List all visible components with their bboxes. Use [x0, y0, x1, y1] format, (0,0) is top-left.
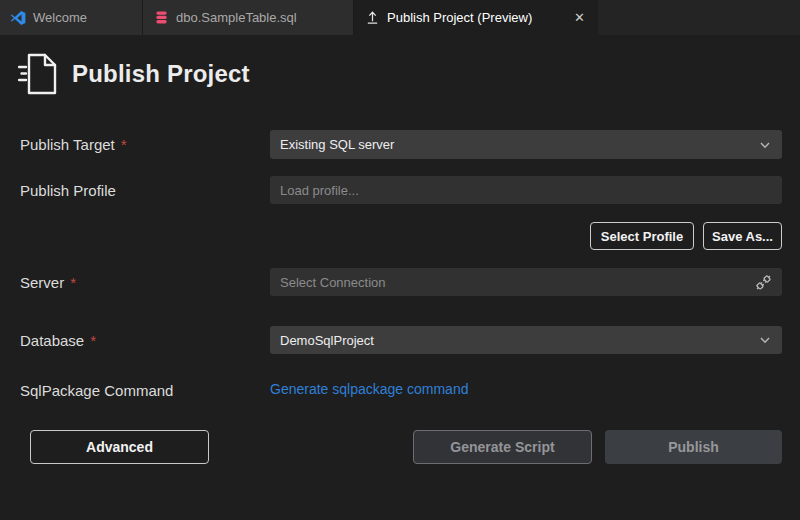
- page-title: Publish Project: [72, 60, 250, 88]
- tab-label: Welcome: [33, 10, 87, 25]
- editor-tab-bar: Welcome dbo.SampleTable.sql Publish Proj…: [0, 0, 800, 35]
- publish-target-label: Publish Target*: [20, 130, 127, 159]
- required-asterisk: *: [90, 332, 96, 349]
- publish-profile-input[interactable]: [280, 176, 772, 204]
- server-label: Server*: [20, 268, 76, 296]
- generate-script-button[interactable]: Generate Script: [413, 430, 592, 464]
- required-asterisk: *: [121, 136, 127, 153]
- tab-welcome[interactable]: Welcome: [0, 0, 143, 35]
- save-as-button[interactable]: Save As...: [703, 222, 782, 250]
- tab-label: Publish Project (Preview): [387, 10, 532, 25]
- publish-target-dropdown[interactable]: Existing SQL server: [270, 130, 782, 159]
- ads-logo-icon: [10, 10, 26, 26]
- publish-button[interactable]: Publish: [605, 430, 782, 464]
- tab-publish-project[interactable]: Publish Project (Preview) ✕: [354, 0, 598, 35]
- publish-target-value: Existing SQL server: [280, 137, 394, 152]
- chevron-down-icon: [758, 138, 772, 152]
- tab-dbo-sampletable[interactable]: dbo.SampleTable.sql: [143, 0, 354, 35]
- database-value: DemoSqlProject: [280, 333, 374, 348]
- chevron-down-icon: [758, 333, 772, 347]
- publish-profile-label: Publish Profile: [20, 176, 116, 204]
- connect-plug-icon[interactable]: [755, 274, 772, 291]
- advanced-button[interactable]: Advanced: [30, 430, 209, 464]
- select-profile-button[interactable]: Select Profile: [590, 222, 694, 250]
- required-asterisk: *: [70, 274, 76, 291]
- sqlpackage-label: SqlPackage Command: [20, 380, 173, 400]
- publish-profile-field: [270, 176, 782, 204]
- database-label: Database*: [20, 326, 96, 354]
- server-placeholder: Select Connection: [280, 275, 386, 290]
- server-connection-field[interactable]: Select Connection: [270, 268, 782, 296]
- publish-document-icon: [18, 52, 58, 96]
- tab-label: dbo.SampleTable.sql: [176, 10, 297, 25]
- database-icon: [153, 10, 169, 26]
- generate-sqlpackage-link[interactable]: Generate sqlpackage command: [270, 381, 468, 397]
- database-dropdown[interactable]: DemoSqlProject: [270, 326, 782, 354]
- upload-icon: [364, 10, 380, 26]
- close-icon[interactable]: ✕: [571, 8, 588, 27]
